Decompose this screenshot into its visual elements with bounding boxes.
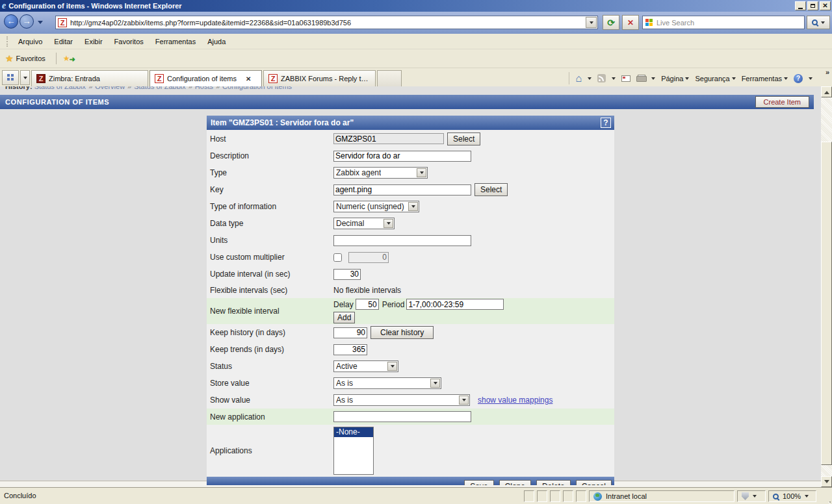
menu-item-arquivo[interactable]: Arquivo — [12, 36, 48, 47]
menu-item-exibir[interactable]: Exibir — [79, 36, 109, 47]
protected-mode-panel[interactable] — [737, 490, 766, 502]
recent-pages-dropdown[interactable] — [38, 21, 43, 27]
print-button[interactable] — [636, 75, 645, 82]
delay-input[interactable] — [356, 299, 379, 310]
search-box[interactable]: Live Search — [642, 16, 805, 29]
security-menu[interactable]: Segurança — [695, 75, 735, 82]
status-segment — [576, 490, 586, 502]
close-button[interactable]: ✕ — [820, 1, 831, 10]
status-value: Active — [336, 362, 358, 371]
flexible-intervals-value: No flexible intervals — [333, 286, 401, 295]
cancel-button[interactable]: Cancel — [576, 480, 612, 485]
menu-item-editar[interactable]: Editar — [48, 36, 79, 47]
favorites-button[interactable]: Favoritos — [16, 55, 46, 62]
status-segment — [563, 490, 573, 502]
keep-trends-label: Keep trends (in days) — [207, 345, 333, 354]
type-of-information-select[interactable]: Numeric (unsigned) — [333, 201, 419, 212]
separator — [569, 72, 569, 84]
tab-zabbix-forums[interactable]: Z ZABBIX Forums - Reply to To... — [263, 70, 376, 86]
resize-grip[interactable] — [822, 494, 831, 503]
menu-item-favoritos[interactable]: Favoritos — [109, 36, 150, 47]
menu-item-ferramentas[interactable]: Ferramentas — [150, 36, 202, 47]
history-link[interactable]: Status of Zabbix — [34, 86, 86, 90]
minimize-button[interactable] — [795, 1, 806, 10]
separator — [56, 53, 57, 64]
key-select-button[interactable]: Select — [474, 183, 508, 196]
description-input[interactable] — [333, 151, 471, 162]
stop-button[interactable]: ✕ — [622, 15, 639, 30]
vertical-scrollbar[interactable] — [821, 86, 832, 487]
chevron-down-icon — [784, 77, 788, 82]
host-input[interactable] — [333, 133, 444, 144]
custom-multiplier-input[interactable] — [348, 252, 389, 263]
add-to-favorites-button[interactable]: ★ ➜ — [63, 53, 75, 64]
page-menu[interactable]: Página — [661, 75, 689, 82]
key-input[interactable] — [333, 184, 471, 195]
new-application-input[interactable] — [333, 411, 471, 422]
status-segment — [524, 490, 534, 502]
help-menu-button[interactable]: ? — [794, 74, 803, 83]
host-select-button[interactable]: Select — [447, 132, 480, 145]
quick-tabs-button[interactable] — [2, 70, 19, 85]
security-zone-panel[interactable]: Intranet local — [589, 490, 734, 502]
history-link[interactable]: Hosts — [195, 86, 213, 90]
type-select[interactable]: Zabbix agent — [333, 167, 428, 179]
tab-list-button[interactable] — [20, 70, 30, 85]
status-segment — [550, 490, 560, 502]
show-value-select[interactable]: As is — [333, 394, 470, 406]
home-dropdown[interactable] — [588, 77, 592, 82]
use-custom-multiplier-checkbox[interactable] — [333, 253, 342, 262]
read-mail-icon[interactable] — [621, 75, 630, 82]
data-type-select[interactable]: Decimal — [333, 218, 395, 229]
save-button[interactable]: Save — [464, 480, 493, 485]
keep-history-input[interactable] — [333, 327, 367, 338]
toolbar-overflow-chevron[interactable]: » — [826, 68, 829, 76]
scroll-down-button[interactable] — [821, 476, 832, 487]
tools-menu[interactable]: Ferramentas — [742, 75, 788, 82]
tab-configuration-of-items[interactable]: Z Configuration of items ✕ — [150, 70, 262, 86]
address-bar[interactable]: Z http://gmz4ap02/zabbix/items.php?form=… — [55, 16, 598, 29]
applications-option-none[interactable]: -None- — [334, 427, 373, 437]
store-value-select[interactable]: As is — [333, 377, 441, 389]
rss-dropdown[interactable] — [612, 77, 616, 82]
chevron-down-icon — [23, 77, 27, 81]
units-input[interactable] — [333, 235, 471, 246]
help-button[interactable]: ? — [601, 118, 611, 128]
add-button[interactable]: Add — [333, 312, 355, 323]
status-select[interactable]: Active — [333, 360, 398, 372]
menu-item-ajuda[interactable]: Ajuda — [202, 36, 231, 47]
zoom-control[interactable]: 100% — [768, 490, 816, 502]
rss-feed-icon[interactable] — [597, 74, 606, 82]
clear-history-button[interactable]: Clear history — [370, 326, 434, 339]
data-type-row: Data type Decimal — [207, 215, 614, 232]
address-dropdown-button[interactable] — [586, 17, 597, 28]
search-icon[interactable] — [812, 19, 818, 25]
scrollbar-thumb[interactable] — [821, 142, 832, 465]
toolbar-grip — [6, 36, 8, 47]
tab-strip: Z Zimbra: Entrada Z Configuration of ite… — [31, 70, 402, 86]
new-tab-stub[interactable] — [377, 70, 402, 86]
home-button[interactable]: ⌂ — [575, 73, 582, 84]
refresh-button[interactable]: ⟳ — [603, 15, 619, 30]
help-dropdown[interactable] — [809, 77, 812, 82]
tab-close-button[interactable]: ✕ — [246, 75, 251, 82]
history-link[interactable]: Overview — [95, 86, 125, 90]
restore-button[interactable] — [807, 1, 818, 10]
create-item-button[interactable]: Create Item — [755, 96, 809, 108]
keep-trends-input[interactable] — [333, 344, 367, 355]
history-link[interactable]: Configuration of items — [222, 86, 292, 90]
print-dropdown[interactable] — [651, 77, 655, 82]
forward-button[interactable]: → — [20, 14, 34, 29]
clone-button[interactable]: Clone — [499, 480, 531, 485]
delete-button[interactable]: Delete — [536, 480, 571, 485]
back-button[interactable]: ← — [4, 14, 18, 29]
show-value-mappings-link[interactable]: show value mappings — [478, 396, 552, 405]
period-input[interactable] — [406, 299, 504, 310]
update-interval-input[interactable] — [333, 269, 361, 280]
applications-listbox[interactable]: -None- — [333, 427, 374, 475]
tab-zimbra[interactable]: Z Zimbra: Entrada — [31, 70, 148, 86]
history-link[interactable]: Status of Zabbix — [134, 86, 186, 90]
tools-menu-label: Ferramentas — [742, 75, 782, 82]
search-options-dropdown[interactable] — [821, 21, 825, 26]
scroll-up-button[interactable] — [821, 86, 832, 97]
